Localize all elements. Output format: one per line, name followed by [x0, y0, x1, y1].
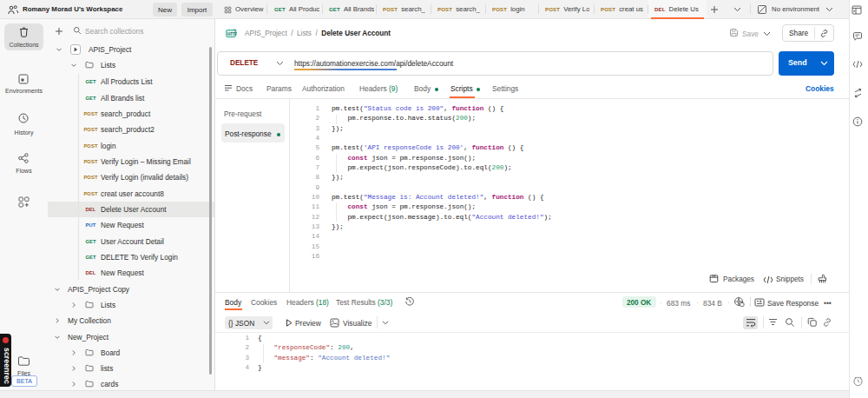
svg-text:HTTP: HTTP: [227, 32, 237, 36]
